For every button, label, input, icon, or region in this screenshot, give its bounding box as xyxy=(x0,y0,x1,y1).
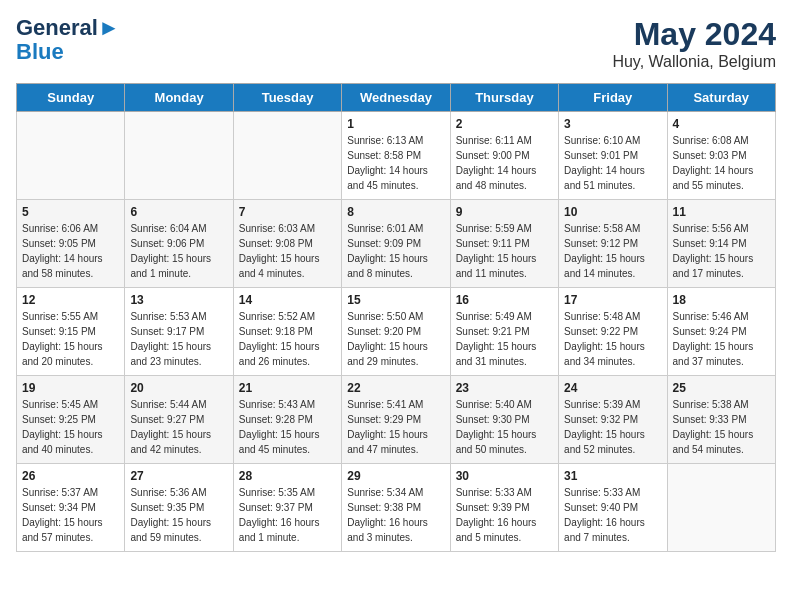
table-row xyxy=(125,112,233,200)
day-number: 23 xyxy=(456,381,553,395)
table-row: 24 Sunrise: 5:39 AM Sunset: 9:32 PM Dayl… xyxy=(559,376,667,464)
logo-text: General►Blue xyxy=(16,16,120,64)
day-info: Sunrise: 6:10 AM Sunset: 9:01 PM Dayligh… xyxy=(564,133,661,193)
day-number: 16 xyxy=(456,293,553,307)
day-info: Sunrise: 5:59 AM Sunset: 9:11 PM Dayligh… xyxy=(456,221,553,281)
day-info: Sunrise: 5:58 AM Sunset: 9:12 PM Dayligh… xyxy=(564,221,661,281)
day-number: 9 xyxy=(456,205,553,219)
table-row: 27 Sunrise: 5:36 AM Sunset: 9:35 PM Dayl… xyxy=(125,464,233,552)
day-number: 6 xyxy=(130,205,227,219)
day-info: Sunrise: 5:50 AM Sunset: 9:20 PM Dayligh… xyxy=(347,309,444,369)
table-row xyxy=(17,112,125,200)
day-number: 13 xyxy=(130,293,227,307)
day-info: Sunrise: 6:03 AM Sunset: 9:08 PM Dayligh… xyxy=(239,221,336,281)
calendar-week-row: 5 Sunrise: 6:06 AM Sunset: 9:05 PM Dayli… xyxy=(17,200,776,288)
table-row: 20 Sunrise: 5:44 AM Sunset: 9:27 PM Dayl… xyxy=(125,376,233,464)
day-info: Sunrise: 5:34 AM Sunset: 9:38 PM Dayligh… xyxy=(347,485,444,545)
calendar-week-row: 12 Sunrise: 5:55 AM Sunset: 9:15 PM Dayl… xyxy=(17,288,776,376)
calendar-week-row: 19 Sunrise: 5:45 AM Sunset: 9:25 PM Dayl… xyxy=(17,376,776,464)
table-row: 7 Sunrise: 6:03 AM Sunset: 9:08 PM Dayli… xyxy=(233,200,341,288)
col-tuesday: Tuesday xyxy=(233,84,341,112)
calendar-title: May 2024 xyxy=(612,16,776,53)
day-info: Sunrise: 5:41 AM Sunset: 9:29 PM Dayligh… xyxy=(347,397,444,457)
day-number: 19 xyxy=(22,381,119,395)
day-number: 24 xyxy=(564,381,661,395)
day-number: 29 xyxy=(347,469,444,483)
table-row: 2 Sunrise: 6:11 AM Sunset: 9:00 PM Dayli… xyxy=(450,112,558,200)
day-info: Sunrise: 5:39 AM Sunset: 9:32 PM Dayligh… xyxy=(564,397,661,457)
col-saturday: Saturday xyxy=(667,84,775,112)
day-info: Sunrise: 5:45 AM Sunset: 9:25 PM Dayligh… xyxy=(22,397,119,457)
day-number: 11 xyxy=(673,205,770,219)
day-number: 21 xyxy=(239,381,336,395)
day-info: Sunrise: 5:55 AM Sunset: 9:15 PM Dayligh… xyxy=(22,309,119,369)
day-number: 27 xyxy=(130,469,227,483)
table-row: 8 Sunrise: 6:01 AM Sunset: 9:09 PM Dayli… xyxy=(342,200,450,288)
table-row: 17 Sunrise: 5:48 AM Sunset: 9:22 PM Dayl… xyxy=(559,288,667,376)
table-row: 14 Sunrise: 5:52 AM Sunset: 9:18 PM Dayl… xyxy=(233,288,341,376)
calendar-subtitle: Huy, Wallonia, Belgium xyxy=(612,53,776,71)
table-row: 9 Sunrise: 5:59 AM Sunset: 9:11 PM Dayli… xyxy=(450,200,558,288)
day-info: Sunrise: 5:40 AM Sunset: 9:30 PM Dayligh… xyxy=(456,397,553,457)
table-row xyxy=(667,464,775,552)
table-row: 25 Sunrise: 5:38 AM Sunset: 9:33 PM Dayl… xyxy=(667,376,775,464)
day-number: 2 xyxy=(456,117,553,131)
day-number: 14 xyxy=(239,293,336,307)
day-info: Sunrise: 5:33 AM Sunset: 9:39 PM Dayligh… xyxy=(456,485,553,545)
day-info: Sunrise: 5:36 AM Sunset: 9:35 PM Dayligh… xyxy=(130,485,227,545)
col-monday: Monday xyxy=(125,84,233,112)
day-info: Sunrise: 5:43 AM Sunset: 9:28 PM Dayligh… xyxy=(239,397,336,457)
day-info: Sunrise: 5:52 AM Sunset: 9:18 PM Dayligh… xyxy=(239,309,336,369)
table-row: 4 Sunrise: 6:08 AM Sunset: 9:03 PM Dayli… xyxy=(667,112,775,200)
table-row: 21 Sunrise: 5:43 AM Sunset: 9:28 PM Dayl… xyxy=(233,376,341,464)
table-row: 15 Sunrise: 5:50 AM Sunset: 9:20 PM Dayl… xyxy=(342,288,450,376)
table-row: 12 Sunrise: 5:55 AM Sunset: 9:15 PM Dayl… xyxy=(17,288,125,376)
calendar-week-row: 1 Sunrise: 6:13 AM Sunset: 8:58 PM Dayli… xyxy=(17,112,776,200)
day-number: 8 xyxy=(347,205,444,219)
col-wednesday: Wednesday xyxy=(342,84,450,112)
table-row: 13 Sunrise: 5:53 AM Sunset: 9:17 PM Dayl… xyxy=(125,288,233,376)
day-info: Sunrise: 5:38 AM Sunset: 9:33 PM Dayligh… xyxy=(673,397,770,457)
day-number: 4 xyxy=(673,117,770,131)
col-thursday: Thursday xyxy=(450,84,558,112)
day-number: 18 xyxy=(673,293,770,307)
table-row: 29 Sunrise: 5:34 AM Sunset: 9:38 PM Dayl… xyxy=(342,464,450,552)
day-info: Sunrise: 6:01 AM Sunset: 9:09 PM Dayligh… xyxy=(347,221,444,281)
day-number: 25 xyxy=(673,381,770,395)
day-info: Sunrise: 5:53 AM Sunset: 9:17 PM Dayligh… xyxy=(130,309,227,369)
day-info: Sunrise: 5:46 AM Sunset: 9:24 PM Dayligh… xyxy=(673,309,770,369)
day-number: 5 xyxy=(22,205,119,219)
day-info: Sunrise: 5:44 AM Sunset: 9:27 PM Dayligh… xyxy=(130,397,227,457)
day-number: 28 xyxy=(239,469,336,483)
day-number: 31 xyxy=(564,469,661,483)
page-header: General►Blue May 2024 Huy, Wallonia, Bel… xyxy=(16,16,776,71)
table-row: 6 Sunrise: 6:04 AM Sunset: 9:06 PM Dayli… xyxy=(125,200,233,288)
title-block: May 2024 Huy, Wallonia, Belgium xyxy=(612,16,776,71)
day-number: 22 xyxy=(347,381,444,395)
table-row: 23 Sunrise: 5:40 AM Sunset: 9:30 PM Dayl… xyxy=(450,376,558,464)
table-row: 26 Sunrise: 5:37 AM Sunset: 9:34 PM Dayl… xyxy=(17,464,125,552)
table-row: 30 Sunrise: 5:33 AM Sunset: 9:39 PM Dayl… xyxy=(450,464,558,552)
col-friday: Friday xyxy=(559,84,667,112)
day-info: Sunrise: 5:56 AM Sunset: 9:14 PM Dayligh… xyxy=(673,221,770,281)
table-row: 22 Sunrise: 5:41 AM Sunset: 9:29 PM Dayl… xyxy=(342,376,450,464)
table-row: 5 Sunrise: 6:06 AM Sunset: 9:05 PM Dayli… xyxy=(17,200,125,288)
calendar-week-row: 26 Sunrise: 5:37 AM Sunset: 9:34 PM Dayl… xyxy=(17,464,776,552)
day-info: Sunrise: 5:48 AM Sunset: 9:22 PM Dayligh… xyxy=(564,309,661,369)
day-number: 7 xyxy=(239,205,336,219)
table-row: 28 Sunrise: 5:35 AM Sunset: 9:37 PM Dayl… xyxy=(233,464,341,552)
day-info: Sunrise: 6:13 AM Sunset: 8:58 PM Dayligh… xyxy=(347,133,444,193)
day-number: 30 xyxy=(456,469,553,483)
day-number: 3 xyxy=(564,117,661,131)
day-info: Sunrise: 6:08 AM Sunset: 9:03 PM Dayligh… xyxy=(673,133,770,193)
day-number: 26 xyxy=(22,469,119,483)
day-number: 20 xyxy=(130,381,227,395)
table-row: 1 Sunrise: 6:13 AM Sunset: 8:58 PM Dayli… xyxy=(342,112,450,200)
table-row xyxy=(233,112,341,200)
weekday-header-row: Sunday Monday Tuesday Wednesday Thursday… xyxy=(17,84,776,112)
day-info: Sunrise: 5:33 AM Sunset: 9:40 PM Dayligh… xyxy=(564,485,661,545)
day-number: 15 xyxy=(347,293,444,307)
day-info: Sunrise: 5:37 AM Sunset: 9:34 PM Dayligh… xyxy=(22,485,119,545)
logo: General►Blue xyxy=(16,16,120,64)
day-number: 17 xyxy=(564,293,661,307)
